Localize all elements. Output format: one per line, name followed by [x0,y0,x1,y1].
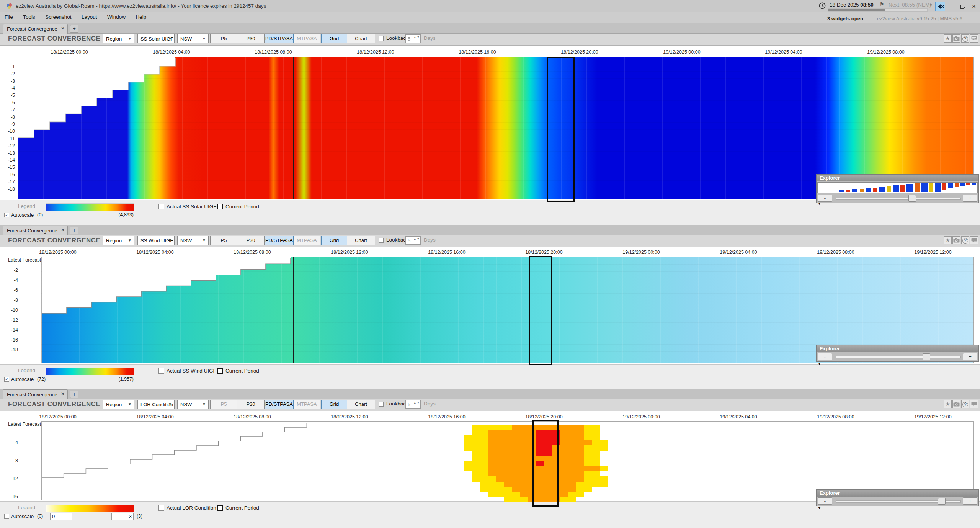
screenshot-camera-icon[interactable] [952,400,960,408]
region-dropdown[interactable]: NSW▼ [177,34,209,43]
grid-view-button[interactable]: Grid [321,400,347,409]
tab-forecast-convergence-3[interactable]: Forecast Convergence ✕ [3,389,68,399]
metric-dropdown[interactable]: LOR Condition▼ [137,400,175,409]
clock-dropdown-caret[interactable]: ▾ [930,3,932,8]
zoom-in-button[interactable]: + [963,353,977,360]
pd-stpasa-button[interactable]: PD/STPASA [265,34,294,43]
minimize-button[interactable]: – [949,3,957,10]
tab-close-icon[interactable]: ✕ [61,227,65,233]
p30-button[interactable]: P30 [237,236,265,245]
region-group-dropdown[interactable]: Region▼ [103,236,134,245]
zoom-out-button[interactable]: - [818,195,832,202]
actual-series-label: Actual LOR Condition [167,505,216,511]
add-tab-button[interactable]: + [70,227,78,234]
explorer-collapse-icon[interactable]: ▼ [818,506,821,510]
pd-stpasa-button[interactable]: PD/STPASA [265,400,294,409]
lookback-days-stepper[interactable]: 5▲ ▼ [405,34,421,43]
p30-button[interactable]: P30 [237,34,265,43]
current-period-checkbox[interactable] [217,505,223,511]
menu-tools[interactable]: Tools [19,12,39,20]
favorite-star-icon[interactable]: ★ [944,400,952,408]
explorer-slider-thumb[interactable] [938,498,946,505]
mtpasa-button[interactable]: MTPASA [294,400,320,409]
lookback-checkbox[interactable] [379,402,384,407]
current-time-marker [305,257,305,363]
metric-dropdown[interactable]: SS Solar UIGF▼ [137,34,175,43]
screenshot-camera-icon[interactable] [952,34,960,43]
lookback-days-stepper[interactable]: 5▲ ▼ [405,236,421,245]
mute-button[interactable] [935,2,945,11]
lor-cell [520,451,528,456]
lookback-days-stepper[interactable]: 5▲ ▼ [405,400,421,409]
help-icon[interactable]: ? [961,34,969,43]
p5-button[interactable]: P5 [210,400,237,409]
region-group-dropdown[interactable]: Region▼ [103,400,134,409]
grid-view-button[interactable]: Grid [321,34,347,43]
region-dropdown[interactable]: NSW▼ [177,400,209,409]
zoom-out-button[interactable]: - [818,497,832,505]
autoscale-checkbox[interactable]: ✓ [4,213,9,217]
mtpasa-button[interactable]: MTPASA [294,236,320,245]
grid-view-button[interactable]: Grid [321,236,347,245]
help-icon[interactable]: ? [961,400,969,408]
favorite-star-icon[interactable]: ★ [944,34,952,43]
restore-button[interactable] [959,3,967,10]
zoom-out-button[interactable]: - [818,353,832,360]
menu-file[interactable]: File [0,12,17,20]
chart-view-button[interactable]: Chart [347,400,375,409]
lookback-checkbox[interactable] [379,36,384,41]
actual-series-checkbox[interactable] [158,368,164,374]
actual-series-checkbox[interactable] [158,505,164,511]
explorer-minimap[interactable] [817,182,978,193]
menu-window[interactable]: Window [103,12,130,20]
explorer-slider-track[interactable] [836,356,961,358]
metric-dropdown[interactable]: SS Wind UIGF▼ [137,236,175,245]
minimap-segment [873,188,877,192]
menu-layout[interactable]: Layout [77,12,101,20]
explorer-slider-track[interactable] [836,198,961,200]
screenshot-camera-icon[interactable] [952,236,960,244]
pd-stpasa-button[interactable]: PD/STPASA [265,236,294,245]
lor-cell [504,451,512,456]
tab-forecast-convergence-2[interactable]: Forecast Convergence ✕ [3,226,68,235]
clock-datetime[interactable]: 18 Dec 2025 08:50 [830,2,874,8]
legend-max-input[interactable]: 3 [111,513,134,520]
menu-help[interactable]: Help [131,12,150,20]
feedback-bubble-icon[interactable] [970,34,978,43]
tab-forecast-convergence-1[interactable]: Forecast Convergence ✕ [3,24,68,34]
p5-button[interactable]: P5 [210,236,237,245]
chart-view-button[interactable]: Chart [347,236,375,245]
close-button[interactable]: ✕ [970,3,978,10]
legend-min-input[interactable]: 0 [50,513,72,520]
actual-series-label: Actual SS Solar UIGF [167,204,217,209]
lookback-checkbox[interactable] [379,238,384,243]
feedback-bubble-icon[interactable] [970,236,978,244]
explorer-collapse-icon[interactable]: ▼ [818,362,821,366]
autoscale-checkbox[interactable] [4,514,9,519]
favorite-star-icon[interactable]: ★ [944,236,952,244]
tab-label: Forecast Convergence [7,392,57,397]
region-dropdown[interactable]: NSW▼ [177,236,209,245]
region-group-dropdown[interactable]: Region▼ [103,34,134,43]
chart-view-button[interactable]: Chart [347,34,375,43]
tab-close-icon[interactable]: ✕ [61,26,65,31]
explorer-slider-thumb[interactable] [923,353,930,360]
mtpasa-button[interactable]: MTPASA [294,34,320,43]
p5-button[interactable]: P5 [210,34,237,43]
p30-button[interactable]: P30 [237,400,265,409]
zoom-in-button[interactable]: + [963,195,977,202]
lor-cell [512,425,520,430]
add-tab-button[interactable]: + [70,25,78,33]
add-tab-button[interactable]: + [70,391,78,398]
current-period-checkbox[interactable] [217,368,223,374]
zoom-in-button[interactable]: + [963,497,977,505]
menu-screenshot[interactable]: Screenshot [41,12,75,20]
help-icon[interactable]: ? [961,236,969,244]
tab-close-icon[interactable]: ✕ [61,391,65,397]
current-period-checkbox[interactable] [217,204,223,209]
feedback-bubble-icon[interactable] [970,400,978,408]
explorer-slider-thumb[interactable] [908,195,916,202]
interval-progress-bar [828,8,928,12]
actual-series-checkbox[interactable] [158,204,164,209]
autoscale-checkbox[interactable]: ✓ [4,377,9,382]
